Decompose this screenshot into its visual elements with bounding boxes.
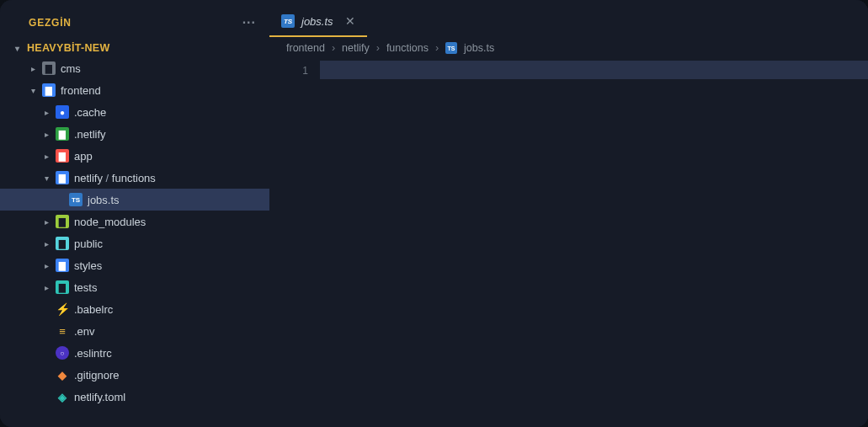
tree-item[interactable]: ▸○.eslintrc [0, 342, 269, 364]
breadcrumb-seg[interactable]: jobs.ts [464, 42, 494, 54]
file-tree: ▸▇cms▾▇frontend▸●.cache▸▇.netlify▸▇app▾▇… [0, 57, 269, 408]
chevron-right-icon: ▸ [42, 217, 51, 227]
typescript-icon: TS [281, 14, 295, 28]
tree-item[interactable]: ▸▇styles [0, 254, 269, 276]
tree-item[interactable]: ▾▇netlify / functions [0, 167, 269, 189]
sidebar: GEZGİN ··· ▾ HEAVYBİT-NEW ▸▇cms▾▇fronten… [0, 0, 269, 427]
tree-item-label: public [74, 238, 103, 250]
tree-item-label: .eslintrc [74, 347, 112, 360]
tree-item-label: styles [74, 259, 102, 272]
tree-item[interactable]: ▸≡.env [0, 320, 269, 342]
tree-item[interactable]: ▸▇public [0, 232, 269, 254]
folder-blue-icon: ▇ [56, 259, 69, 272]
tree-item-label: .gitignore [74, 369, 119, 382]
close-icon[interactable]: ✕ [345, 14, 355, 28]
chevron-right-icon: ▸ [29, 64, 37, 73]
chevron-down-icon: ▾ [13, 44, 22, 53]
tree-item[interactable]: ▸▇tests [0, 276, 269, 298]
tree-item-label: cms [61, 62, 81, 75]
gutter: 1 [269, 61, 320, 427]
chevron-right-icon: ▸ [42, 261, 51, 270]
code-body[interactable] [320, 61, 868, 427]
folder-teal-icon: ▇ [56, 280, 69, 294]
file-netlify-icon: ◈ [56, 390, 69, 403]
tree-item[interactable]: ▸▇cms [0, 57, 269, 79]
tree-item-label: jobs.ts [88, 194, 120, 206]
chevron-right-icon: › [376, 42, 380, 54]
chevron-right-icon: › [435, 42, 439, 54]
folder-green-icon: ▇ [56, 127, 69, 141]
app-root: GEZGİN ··· ▾ HEAVYBİT-NEW ▸▇cms▾▇fronten… [0, 0, 868, 427]
line-number: 1 [269, 61, 308, 80]
tree-item[interactable]: ▸▇app [0, 145, 269, 167]
typescript-icon: TS [445, 42, 457, 54]
file-git-icon: ◆ [56, 368, 69, 382]
folder-blue-icon: ▇ [56, 171, 69, 184]
project-name: HEAVYBİT-NEW [27, 42, 110, 54]
tree-item-label: netlify / functions [74, 172, 156, 184]
folder-grey-icon: ▇ [42, 61, 56, 75]
folder-cyan-icon: ▇ [56, 237, 69, 250]
sidebar-title: GEZGİN [29, 17, 72, 29]
tab-label: jobs.ts [301, 15, 333, 28]
chevron-right-icon: ▸ [42, 130, 51, 139]
tree-item[interactable]: ▾▇frontend [0, 79, 269, 101]
tree-item[interactable]: ▸◈netlify.toml [0, 386, 269, 408]
file-bars-icon: ≡ [56, 324, 69, 338]
editor: TS jobs.ts ✕ frontend › netlify › functi… [269, 0, 868, 427]
tree-item[interactable]: ▸▇node_modules [0, 211, 269, 232]
dot-blue-icon: ● [56, 105, 69, 119]
file-yellow-icon: ⚡ [56, 302, 69, 316]
tree-item-label: node_modules [74, 216, 146, 228]
breadcrumb-seg[interactable]: functions [386, 42, 429, 54]
breadcrumb-seg[interactable]: frontend [286, 42, 325, 54]
tree-item-label: .env [74, 325, 95, 338]
breadcrumb-seg[interactable]: netlify [342, 42, 370, 54]
active-line[interactable] [320, 61, 868, 79]
tab-jobs-ts[interactable]: TS jobs.ts ✕ [269, 7, 367, 37]
folder-red-icon: ▇ [56, 149, 69, 163]
tree-item[interactable]: ▸TSjobs.ts [0, 189, 269, 211]
chevron-down-icon: ▾ [42, 173, 51, 183]
tree-item-label: netlify.toml [74, 391, 125, 403]
tree-item-label: app [74, 150, 93, 163]
chevron-right-icon: › [332, 42, 335, 54]
tree-item-label: .babelrc [74, 303, 113, 316]
tree-item-label: tests [74, 281, 97, 294]
chevron-right-icon: ▸ [42, 152, 51, 161]
chevron-down-icon: ▾ [29, 86, 37, 95]
chevron-right-icon: ▸ [42, 283, 51, 292]
tree-item[interactable]: ▸▇.netlify [0, 123, 269, 145]
tabbar: TS jobs.ts ✕ [269, 0, 868, 37]
tree-item[interactable]: ▸⚡.babelrc [0, 298, 269, 320]
tree-item-label: frontend [61, 84, 101, 97]
chevron-right-icon: ▸ [42, 108, 51, 117]
breadcrumb: frontend › netlify › functions › TS jobs… [269, 37, 868, 61]
tree-item-label: .netlify [74, 128, 106, 141]
file-ts-icon: TS [69, 193, 83, 206]
file-eslint-icon: ○ [56, 346, 69, 360]
tree-item[interactable]: ▸●.cache [0, 101, 269, 123]
tree-item[interactable]: ▸◆.gitignore [0, 364, 269, 386]
tree-item-label: .cache [74, 106, 106, 119]
folder-blue-icon: ▇ [42, 83, 56, 97]
chevron-right-icon: ▸ [42, 239, 51, 248]
project-root[interactable]: ▾ HEAVYBİT-NEW [0, 39, 269, 57]
folder-lime-icon: ▇ [56, 215, 69, 228]
sidebar-header: GEZGİN ··· [0, 8, 269, 39]
more-icon[interactable]: ··· [242, 15, 256, 30]
code-area[interactable]: 1 [269, 61, 868, 427]
